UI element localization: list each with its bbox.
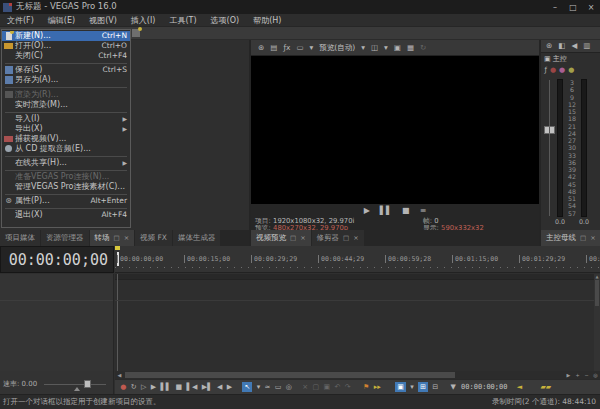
- record-bus-icon[interactable]: ●: [568, 65, 574, 75]
- cut-icon[interactable]: ×: [302, 382, 308, 392]
- maximize-button[interactable]: □: [564, 3, 582, 12]
- stop-icon[interactable]: ■: [176, 382, 183, 392]
- event-markers-icon[interactable]: ▰▰: [540, 382, 551, 392]
- dock-tab-2[interactable]: 资源管理器: [41, 230, 89, 246]
- file-menu-item-3[interactable]: 关闭(C)Ctrl+F4: [2, 51, 130, 61]
- marker-flag-icon[interactable]: ⚑: [363, 382, 369, 392]
- video-fx-icon[interactable]: ƒx: [283, 43, 290, 53]
- rate-slider-thumb[interactable]: [84, 380, 91, 388]
- mute-icon[interactable]: ●: [550, 65, 556, 75]
- preview-pause-icon[interactable]: ▌▌: [380, 206, 392, 216]
- file-menu-item-19[interactable]: 管理VEGAS Pro连接素材(C)...: [2, 182, 130, 192]
- close-tab-icon[interactable]: ×: [300, 234, 305, 242]
- region-marker-icon[interactable]: ▸▸: [374, 382, 381, 392]
- close-button[interactable]: ×: [582, 3, 600, 12]
- bus-fx-icon[interactable]: ƒ: [545, 65, 547, 75]
- file-menu-item-1[interactable]: 新建(N)...Ctrl+N: [2, 31, 130, 41]
- track-area[interactable]: [115, 274, 594, 371]
- fader-handle[interactable]: [544, 126, 555, 134]
- save-snapshot-icon[interactable]: ▦: [407, 43, 414, 53]
- preview-play-icon[interactable]: ▶: [364, 206, 370, 216]
- zoom-tool-small-icon[interactable]: ◎: [591, 371, 600, 379]
- auto-ripple-dropdown[interactable]: ▾: [410, 382, 414, 392]
- dock-tab-1[interactable]: 项目媒体: [0, 230, 40, 246]
- quantize-to-frames-icon[interactable]: ⊟: [432, 382, 438, 392]
- menubar-item-1[interactable]: 文件(F): [0, 14, 41, 27]
- close-tab-icon[interactable]: ×: [353, 234, 358, 242]
- preview-tab-1[interactable]: 视频预览□×: [251, 230, 311, 246]
- file-menu-item-21[interactable]: ⊛属性(P)...Alt+Enter: [2, 196, 130, 206]
- paste-icon[interactable]: ▣: [324, 382, 331, 392]
- preview-stop-icon[interactable]: ■: [402, 206, 410, 216]
- minimize-button[interactable]: –: [546, 3, 564, 12]
- undo-icon[interactable]: ↶: [335, 382, 341, 392]
- close-tab-icon[interactable]: ×: [590, 234, 595, 242]
- go-to-end-icon[interactable]: ▶▌: [202, 382, 213, 392]
- menubar-item-3[interactable]: 视图(V): [82, 14, 124, 27]
- file-menu-item-9[interactable]: 实时渲染(M)...: [2, 100, 130, 110]
- mixer-tab-1[interactable]: 主控母线□×: [541, 230, 600, 246]
- maximize-tab-icon[interactable]: □: [114, 234, 120, 242]
- scroll-left-icon[interactable]: ◀: [115, 371, 124, 379]
- cursor-pin-icon[interactable]: ▼: [451, 382, 456, 392]
- preview-settings-gear-icon[interactable]: ⊛: [258, 43, 264, 53]
- external-monitor-icon[interactable]: ▭: [296, 43, 303, 53]
- scroll-right-icon[interactable]: ▶: [564, 371, 573, 379]
- mixer-settings-gear-icon[interactable]: ⊛: [546, 41, 552, 51]
- auto-ripple-icon[interactable]: ▣: [395, 382, 406, 392]
- dock-tab-5[interactable]: 媒体生成器: [173, 230, 221, 246]
- preview-quality-dropdown[interactable]: 预览(自动): [319, 43, 355, 53]
- menubar-item-6[interactable]: 选项(O): [204, 14, 247, 27]
- loop-region-flag-icon[interactable]: [115, 246, 120, 250]
- insert-bus-icon[interactable]: ◧: [558, 41, 565, 51]
- maximize-tab-icon[interactable]: □: [343, 234, 349, 242]
- copy-snapshot-icon[interactable]: ▣: [394, 43, 401, 53]
- menubar-item-2[interactable]: 编辑(E): [41, 14, 82, 27]
- pause-icon[interactable]: ▌▌: [160, 382, 171, 392]
- speaker-icon[interactable]: ◀: [571, 41, 577, 51]
- timeline-ruler[interactable]: 00:00:00;0000:00:15;0000:00:29;2900:00:4…: [115, 246, 600, 273]
- horizontal-scrollbar[interactable]: ◀▶+−◎: [115, 371, 600, 379]
- file-menu-item-11[interactable]: 导入(I)▶: [2, 114, 130, 124]
- selection-edit-tool-icon[interactable]: ▭: [275, 382, 282, 392]
- snap-icon[interactable]: ⊞: [418, 382, 428, 392]
- file-menu-item-2[interactable]: 打开(O)...Ctrl+O: [2, 41, 130, 51]
- menubar-item-7[interactable]: 帮助(H): [246, 14, 288, 27]
- file-menu-item-13[interactable]: 捕获视频(V)...: [2, 134, 130, 144]
- go-to-start-icon[interactable]: ▌◀: [187, 382, 198, 392]
- record-icon[interactable]: ●: [120, 382, 126, 392]
- menubar-item-5[interactable]: 工具(T): [162, 14, 203, 27]
- video-output-icon[interactable]: ▤: [270, 43, 277, 53]
- split-screen-icon[interactable]: ◫: [371, 43, 378, 53]
- meter-options-icon[interactable]: ▥: [583, 41, 590, 51]
- next-frame-icon[interactable]: ▶: [227, 382, 232, 392]
- toolbar-icon[interactable]: [132, 29, 140, 37]
- maximize-tab-icon[interactable]: □: [580, 234, 586, 242]
- preview-tab-2[interactable]: 修剪器□×: [312, 230, 364, 246]
- split-screen-dropdown[interactable]: ▾: [384, 43, 388, 53]
- vertical-scroll-thumb[interactable]: [595, 280, 599, 306]
- previous-frame-icon[interactable]: ◀: [217, 382, 222, 392]
- horizontal-scroll-thumb[interactable]: [125, 372, 455, 378]
- close-tab-icon[interactable]: ×: [124, 234, 129, 242]
- edit-tool-dropdown[interactable]: ▾: [257, 382, 261, 392]
- normal-edit-tool-icon[interactable]: ↖: [242, 382, 252, 392]
- zoom-in-timeline-icon[interactable]: +: [573, 371, 582, 379]
- selection-start-marker-icon[interactable]: ◄: [517, 382, 522, 392]
- redo-icon[interactable]: ↷: [345, 382, 351, 392]
- file-menu-item-14[interactable]: 从 CD 提取音频(E)...: [2, 144, 130, 154]
- dock-tab-4[interactable]: 视频 FX: [135, 230, 172, 246]
- copy-icon[interactable]: ▢: [313, 382, 320, 392]
- play-from-start-icon[interactable]: ▷: [141, 382, 146, 392]
- envelope-edit-tool-icon[interactable]: ≈: [265, 382, 271, 392]
- file-menu-item-12[interactable]: 导出(X)▶: [2, 124, 130, 134]
- dock-tab-3[interactable]: 转场□×: [90, 230, 135, 246]
- loop-region-icon[interactable]: ↻: [420, 43, 426, 53]
- maximize-tab-icon[interactable]: □: [290, 234, 296, 242]
- loop-playback-icon[interactable]: ↻: [131, 382, 137, 392]
- solo-icon[interactable]: ●: [559, 65, 565, 75]
- menubar-item-4[interactable]: 插入(I): [124, 14, 163, 27]
- external-monitor-dropdown[interactable]: ▾: [310, 43, 314, 53]
- zoom-edit-tool-icon[interactable]: ◎: [286, 382, 292, 392]
- zoom-out-timeline-icon[interactable]: −: [582, 371, 591, 379]
